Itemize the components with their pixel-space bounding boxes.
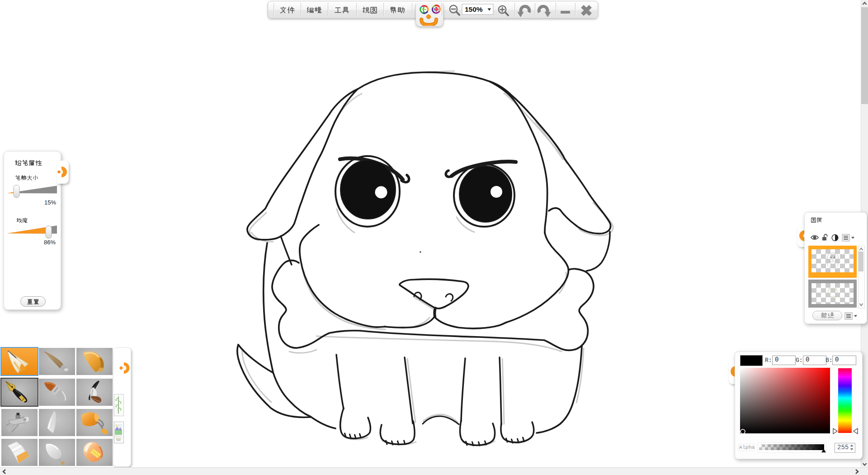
svg-text:150%: 150% [465, 5, 483, 13]
